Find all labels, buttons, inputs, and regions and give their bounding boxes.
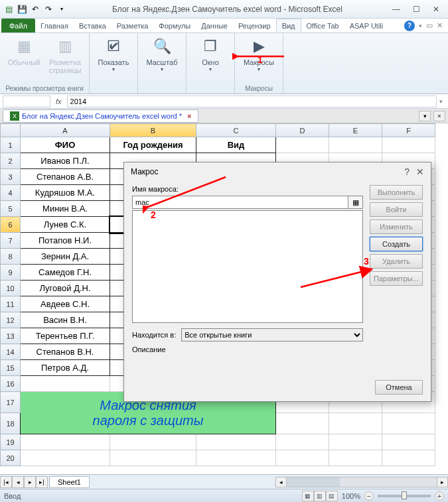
undo-icon[interactable]: ↶ <box>29 3 41 15</box>
row-header[interactable]: 12 <box>1 312 21 328</box>
macro-location-select[interactable]: Все открытые книги <box>181 328 363 342</box>
col-header-B[interactable]: B <box>110 124 196 137</box>
fx-label[interactable]: fx <box>50 97 67 105</box>
run-button[interactable]: Выполнить <box>370 185 423 200</box>
normal-view-button[interactable]: ▦ Обычный <box>5 36 42 84</box>
zoom-in-button[interactable]: + <box>435 491 444 501</box>
cell[interactable]: Иванов П.Л. <box>21 153 110 169</box>
save-icon[interactable]: 💾 <box>16 3 28 15</box>
workbook-close-icon[interactable]: ✕ <box>437 21 443 30</box>
horizontal-scrollbar[interactable]: ◂ ▸ <box>275 477 448 487</box>
tab-formulas[interactable]: Формулы <box>153 19 196 32</box>
row-header[interactable]: 15 <box>1 360 21 376</box>
macro-list[interactable] <box>132 210 363 323</box>
cell[interactable]: Петров А.Д. <box>21 360 110 376</box>
minimize-button[interactable]: — <box>387 3 406 15</box>
sheet-nav-next[interactable]: ▸ <box>24 476 36 488</box>
formula-expand-icon[interactable]: ▾ <box>437 98 445 105</box>
hscroll-left-icon[interactable]: ◂ <box>276 477 287 487</box>
row-header[interactable]: 9 <box>1 265 21 281</box>
row-header[interactable]: 4 <box>1 185 21 201</box>
sheet-nav-first[interactable]: |◂ <box>0 476 12 488</box>
col-header-F[interactable]: F <box>382 124 435 137</box>
cell[interactable]: Лунев С.К. <box>21 217 110 233</box>
workbook-tab-close-icon[interactable]: × <box>187 112 191 120</box>
zoom-button[interactable]: 🔍 Масштаб ▾ <box>143 36 181 84</box>
cell[interactable]: Зернин Д.А. <box>21 249 110 265</box>
cell[interactable]: Вид <box>196 137 276 153</box>
row-header[interactable]: 16 <box>1 376 21 392</box>
view-pagelayout-icon[interactable]: ▥ <box>314 491 326 501</box>
cell[interactable]: Самедов Г.Н. <box>21 265 110 281</box>
cell[interactable]: Авдеев С.Н. <box>21 296 110 312</box>
row-header[interactable]: 3 <box>1 169 21 185</box>
tab-asap[interactable]: ASAP Utili <box>344 19 389 32</box>
file-tab[interactable]: Файл <box>1 19 35 32</box>
col-header-A[interactable]: A <box>21 124 110 137</box>
page-layout-view-button[interactable]: ▥ Разметка страницы <box>46 36 84 84</box>
tab-view[interactable]: Вид <box>276 19 301 32</box>
workbook-tab[interactable]: X Блог на Яндекс.Дзен Самоучитель excel … <box>3 109 198 123</box>
row-header[interactable]: 20 <box>1 450 21 466</box>
view-pagebreak-icon[interactable]: ▤ <box>326 491 338 501</box>
tab-insert[interactable]: Вставка <box>74 19 112 32</box>
cell[interactable]: Кудряшов М.А. <box>21 185 110 201</box>
select-all-corner[interactable] <box>1 124 21 137</box>
row-header[interactable]: 19 <box>1 434 21 450</box>
step-into-button[interactable]: Войти <box>370 202 423 217</box>
minimize-ribbon-icon[interactable]: ▾ <box>419 23 422 29</box>
row-header[interactable]: 7 <box>1 233 21 249</box>
row-header[interactable]: 13 <box>1 328 21 344</box>
tab-home[interactable]: Главная <box>35 19 74 32</box>
name-box[interactable] <box>3 95 50 107</box>
window-restore-icon[interactable]: ▭ <box>426 21 433 30</box>
row-header[interactable]: 18 <box>1 413 21 434</box>
row-header[interactable]: 6 <box>1 217 21 233</box>
create-button[interactable]: Создать <box>370 237 423 251</box>
dialog-help-icon[interactable]: ? <box>404 166 410 177</box>
row-header[interactable]: 8 <box>1 249 21 265</box>
hscroll-right-icon[interactable]: ▸ <box>437 477 447 487</box>
row-header[interactable]: 1 <box>1 137 21 153</box>
workbook-tab-close-all[interactable]: × <box>433 111 445 121</box>
macros-button[interactable]: ▶ Макросы ▾ <box>240 36 277 84</box>
sheet-tab-sheet1[interactable]: Sheet1 <box>49 476 90 488</box>
cell[interactable]: Васин В.Н. <box>21 312 110 328</box>
maximize-button[interactable]: ☐ <box>407 3 425 15</box>
delete-button[interactable]: Удалить <box>370 254 423 269</box>
row-header[interactable]: 10 <box>1 281 21 296</box>
formula-input[interactable] <box>67 95 437 107</box>
cell[interactable]: Степанов В.Н. <box>21 344 110 360</box>
cell[interactable]: Минин В.А. <box>21 201 110 217</box>
cell[interactable]: Год рождения <box>110 137 196 153</box>
row-header[interactable]: 5 <box>1 201 21 217</box>
dialog-close-icon[interactable]: ✕ <box>416 166 424 177</box>
zoom-slider[interactable] <box>378 495 431 497</box>
help-icon[interactable]: ? <box>404 21 415 31</box>
cell[interactable] <box>329 137 382 153</box>
tab-office-tab[interactable]: Office Tab <box>301 19 344 32</box>
row-header[interactable]: 2 <box>1 153 21 169</box>
tab-data[interactable]: Данные <box>196 19 233 32</box>
col-header-C[interactable]: C <box>196 124 276 137</box>
workbook-tab-dropdown[interactable]: ▾ <box>419 111 431 121</box>
show-button[interactable]: 🗹 Показать ▾ <box>95 36 132 84</box>
window-button[interactable]: ❐ Окно ▾ <box>192 36 229 84</box>
dialog-titlebar[interactable]: Макрос ? ✕ <box>124 162 431 181</box>
macro-name-input[interactable] <box>132 196 348 209</box>
cell[interactable]: Потапов Н.И. <box>21 233 110 249</box>
view-normal-icon[interactable]: ▦ <box>302 491 314 501</box>
cell[interactable]: Луговой Д.Н. <box>21 281 110 296</box>
edit-button[interactable]: Изменить <box>370 220 423 234</box>
zoom-level[interactable]: 100% <box>342 492 360 500</box>
redo-icon[interactable]: ↷ <box>42 3 54 15</box>
zoom-out-button[interactable]: − <box>364 491 374 501</box>
col-header-D[interactable]: D <box>276 124 329 137</box>
tab-page-layout[interactable]: Разметка <box>112 19 154 32</box>
cell[interactable] <box>276 137 329 153</box>
cell[interactable]: Степанов А.В. <box>21 169 110 185</box>
close-button[interactable]: ✕ <box>427 3 445 15</box>
row-header[interactable]: 14 <box>1 344 21 360</box>
cancel-button[interactable]: Отмена <box>375 380 423 395</box>
sheet-nav-last[interactable]: ▸| <box>36 476 48 488</box>
